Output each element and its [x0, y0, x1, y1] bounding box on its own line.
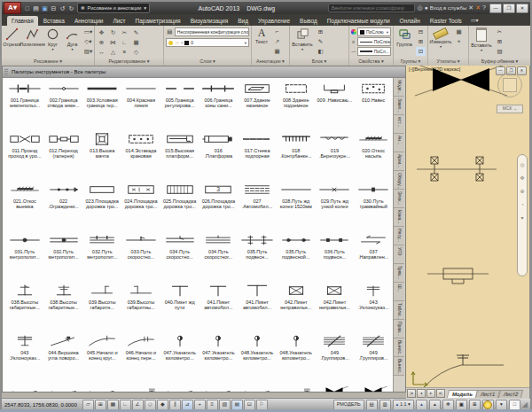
tab-7[interactable]: Управление: [254, 16, 294, 26]
table-tool-icon[interactable]: ▦: [272, 47, 282, 56]
rotate-icon[interactable]: ↻: [107, 27, 119, 37]
palette-side-tab-13[interactable]: Прав...: [394, 320, 404, 338]
palette-item[interactable]: 016 .Платформа: [200, 128, 239, 179]
palette-item[interactable]: 002.Граница отвода земе...: [44, 78, 83, 128]
palette-item[interactable]: 042.Пикет неправильн...: [277, 280, 316, 330]
layer-dropdown[interactable]: ☼ ▪ 0▾: [166, 38, 249, 47]
palette-item[interactable]: 014.Эстакада крановая: [121, 128, 160, 179]
application-menu-button[interactable]: A▾: [4, 2, 21, 14]
layer-thaw-icon[interactable]: ☼: [175, 41, 180, 45]
palette-side-tab-4[interactable]: Архи...: [394, 152, 404, 171]
search-binoculars-icon[interactable]: ◎: [417, 3, 422, 13]
transparency-toggle[interactable]: ▨: [219, 400, 231, 410]
circle-tool[interactable]: Круг▾: [43, 27, 62, 52]
viewcube[interactable]: [497, 73, 522, 97]
layout-tab-Лист2[interactable]: Лист2: [497, 390, 523, 398]
color-dropdown[interactable]: ПоСлою▾: [357, 27, 391, 36]
palette-item[interactable]: 018 .Контрбанке...: [277, 128, 316, 179]
palette-item[interactable]: 032.Путь метрополит...: [44, 229, 83, 280]
palette-item[interactable]: 034.Путь скоростног...: [200, 229, 239, 280]
group-edit-icon[interactable]: ⊞: [416, 37, 426, 46]
ribbon-display-toggle-icon[interactable]: ▭▾: [471, 17, 479, 23]
hardware-acceleration-icon[interactable]: ⊞: [469, 400, 481, 410]
line-tool[interactable]: Отрезок: [3, 27, 21, 47]
hatch-tool-icon[interactable]: ▨▾: [83, 47, 93, 56]
palette-item[interactable]: 031.Путь метрополит...: [5, 229, 44, 280]
trim-icon[interactable]: ✂: [119, 27, 130, 37]
rectangle-tool-icon[interactable]: ▭▾: [83, 27, 93, 36]
palette-item[interactable]: 029.Путь жд узкой колеи: [316, 179, 355, 229]
palette-item[interactable]: 035.Путь подвесной...: [277, 229, 316, 280]
match-properties-icon[interactable]: ▨: [495, 47, 505, 56]
prev-layout-button[interactable]: ◂: [417, 389, 426, 398]
full-navigation-wheel-icon[interactable]: ◎: [520, 162, 524, 167]
palette-item[interactable]: [200, 381, 239, 392]
tab-2[interactable]: Аннотации: [70, 16, 108, 26]
palette-item[interactable]: 003.Условная граница тер...: [82, 78, 121, 128]
palette-item[interactable]: 032.Путь метрополит...: [82, 229, 121, 280]
quick-view-drawings-icon[interactable]: ▥: [379, 400, 391, 410]
restore-button[interactable]: ❐: [503, 4, 515, 13]
palette-side-tab-2[interactable]: ест...: [394, 115, 404, 134]
minimize-button[interactable]: —: [489, 4, 502, 13]
palette-side-tab-11[interactable]: Ш...: [394, 283, 404, 301]
layout-tab-Модель[interactable]: Модель: [447, 390, 478, 398]
palette-item[interactable]: 007.Здание наземное: [238, 78, 277, 128]
palette-item[interactable]: 043 .Уклоноуказ...: [354, 280, 393, 330]
autodesk360-icon[interactable]: ✕: [468, 3, 473, 13]
palette-item[interactable]: 019 .Берегоукре...: [316, 128, 355, 179]
palette-item[interactable]: 020.Откос насыпь: [354, 128, 393, 179]
palette-item[interactable]: 015.Высокая платформ...: [160, 128, 200, 179]
polyline-tool[interactable]: Полилиния: [22, 27, 43, 47]
edit-attribute-icon[interactable]: ✎: [316, 37, 325, 46]
palette-item[interactable]: [121, 381, 160, 392]
palette-item[interactable]: 035.Путь подвесн...: [238, 229, 277, 280]
isolate-objects-icon[interactable]: [482, 400, 494, 410]
exchange-apps-icon[interactable]: ✕: [475, 3, 481, 13]
pan-icon[interactable]: ✥: [520, 175, 524, 181]
quick-calc-icon[interactable]: ▦: [454, 27, 464, 36]
open-file-icon[interactable]: ▤: [32, 4, 40, 12]
palette-item[interactable]: 049 .Группиров...: [316, 330, 355, 381]
palette-item[interactable]: 013.Вышка мачта: [82, 128, 121, 179]
panel-title-groups[interactable]: Группы ▾: [394, 58, 427, 66]
panel-title-properties[interactable]: Свойства ▾: [349, 58, 393, 66]
resize-grip[interactable]: ◢: [522, 400, 528, 409]
palette-item[interactable]: 041.Пикет автомобил...: [200, 280, 239, 330]
panel-title-layers[interactable]: Слои ▾: [164, 58, 251, 66]
palette-item[interactable]: 048.Указатель километро...: [277, 330, 316, 381]
panel-title-block[interactable]: Блок ▾: [290, 58, 348, 66]
palette-item[interactable]: 028.Путь жд колеи 1520мм: [277, 179, 316, 229]
palette-item[interactable]: 017.Стенка подпорная: [238, 128, 277, 179]
application-status-menu-icon[interactable]: ▾: [496, 400, 507, 410]
leader-tool-icon[interactable]: ↗: [272, 37, 282, 46]
toolbar-lock-icon[interactable]: ▣: [456, 400, 467, 410]
tab-8[interactable]: Вывод: [295, 16, 322, 26]
drawing-viewport[interactable]: [-][Верхний][2D каркас]: [406, 66, 529, 387]
arc-tool[interactable]: Дуга▾: [63, 27, 82, 52]
palette-side-tab-12[interactable]: Табли...: [394, 301, 404, 320]
palette-side-tab-9[interactable]: УГО гл...: [394, 245, 404, 264]
selection-cycling-toggle[interactable]: ⊡: [244, 400, 255, 410]
tab-11[interactable]: Raster Tools: [426, 16, 466, 26]
explode-icon[interactable]: ◇: [130, 47, 142, 57]
help-search-input[interactable]: [328, 4, 415, 12]
palette-item[interactable]: 008.Здание подземное: [277, 78, 316, 128]
palette-item[interactable]: 040.Пикет жд пути: [160, 280, 200, 330]
palette-item[interactable]: [82, 381, 121, 392]
copy-icon[interactable]: ⊕: [96, 37, 107, 47]
palette-item[interactable]: 037 .Направлен...: [354, 229, 393, 280]
palette-item[interactable]: [277, 381, 316, 392]
palette-item[interactable]: 022 .Ограждени...: [44, 179, 83, 229]
layer-properties-icon[interactable]: ▤: [166, 27, 174, 36]
save-icon[interactable]: ▣: [41, 4, 49, 12]
layer-lock-icon[interactable]: ▪: [182, 41, 184, 45]
tab-3[interactable]: Лист: [108, 16, 129, 26]
snap-mode-toggle[interactable]: ⊞: [95, 400, 106, 410]
next-layout-button[interactable]: ▸: [426, 389, 435, 398]
ortho-mode-toggle[interactable]: ∟: [120, 400, 131, 410]
palette-item[interactable]: 038.Высоты габаритные...: [5, 280, 44, 330]
palette-item[interactable]: 036.Путь подвесн...: [316, 229, 355, 280]
viewcube-face-icon[interactable]: [503, 78, 517, 92]
palette-item[interactable]: 025.Площадка дорожка тро...: [160, 179, 200, 229]
